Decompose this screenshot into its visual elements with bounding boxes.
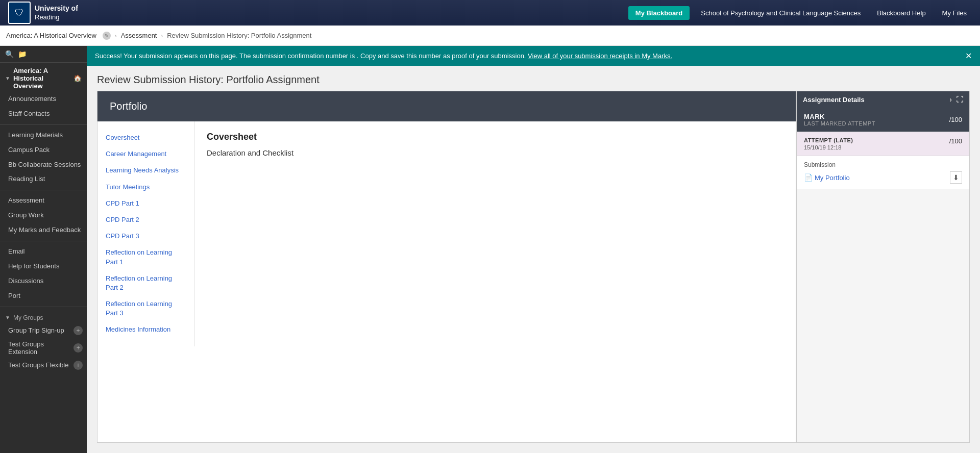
panel-submission-file: 📄 My Portfolio ⬇ bbox=[804, 171, 962, 184]
sidebar-item-campus-pack[interactable]: Campus Pack bbox=[0, 143, 87, 158]
sidebar-divider-3 bbox=[0, 241, 87, 241]
sidebar-course-title: America: A Historical Overview bbox=[13, 67, 70, 90]
portfolio-nav-reflection2[interactable]: Reflection on Learning Part 2 bbox=[97, 270, 194, 296]
portfolio-nav-career-management[interactable]: Career Management bbox=[97, 146, 194, 162]
panel-attempt-section: ATTEMPT (LATE) 15/10/19 12:18 /100 bbox=[797, 132, 969, 156]
panel-submission-section: Submission 📄 My Portfolio ⬇ bbox=[797, 156, 969, 189]
university-logo: 🛡 bbox=[8, 2, 31, 24]
breadcrumb-course[interactable]: America: A Historical Overview bbox=[6, 32, 96, 39]
portfolio-body: Coversheet Career Management Learning Ne… bbox=[97, 121, 796, 346]
panel-mark-info: MARK LAST MARKED ATTEMPT bbox=[804, 113, 875, 127]
test-groups-flex-plus-icon[interactable]: + bbox=[74, 361, 83, 370]
download-button[interactable]: ⬇ bbox=[950, 171, 962, 184]
breadcrumb-tag: ✎ bbox=[103, 32, 111, 40]
assignment-panel-header: Assignment Details › ⛶ bbox=[797, 91, 969, 108]
home-icon[interactable]: 🏠 bbox=[74, 74, 82, 82]
sidebar-item-port[interactable]: Port bbox=[0, 289, 87, 304]
panel-fullscreen-icon[interactable]: ⛶ bbox=[956, 95, 963, 104]
sidebar-item-group-work[interactable]: Group Work bbox=[0, 208, 87, 223]
panel-last-attempt-label: LAST MARKED ATTEMPT bbox=[804, 120, 875, 127]
success-banner: Success! Your submission appears on this… bbox=[87, 46, 980, 66]
top-header: 🛡 University of Reading My Blackboard Sc… bbox=[0, 0, 980, 26]
page-header: Review Submission History: Portfolio Ass… bbox=[87, 66, 980, 91]
portfolio-nav-reflection3[interactable]: Reflection on Learning Part 3 bbox=[97, 296, 194, 321]
portfolio-nav-tutor-meetings[interactable]: Tutor Meetings bbox=[97, 179, 194, 195]
sidebar-item-test-groups-ext[interactable]: Test Groups Extension + bbox=[0, 338, 87, 358]
portfolio-content-heading: Coversheet bbox=[207, 132, 783, 142]
content-area: Success! Your submission appears on this… bbox=[87, 46, 980, 453]
portfolio-nav-cpd2[interactable]: CPD Part 2 bbox=[97, 212, 194, 228]
shield-icon: 🛡 bbox=[15, 8, 24, 18]
sidebar-divider-4 bbox=[0, 307, 87, 307]
panel-attempt-info: ATTEMPT (LATE) 15/10/19 12:18 bbox=[804, 137, 853, 150]
portfolio-nav-cpd1[interactable]: CPD Part 1 bbox=[97, 195, 194, 212]
success-message: Success! Your submission appears on this… bbox=[95, 52, 672, 60]
panel-mark-value: /100 bbox=[949, 116, 962, 123]
folder-icon[interactable]: 📁 bbox=[18, 50, 27, 58]
sidebar-item-announcements[interactable]: Announcements bbox=[0, 92, 87, 107]
sidebar-item-assessment[interactable]: Assessment bbox=[0, 193, 87, 208]
search-icon[interactable]: 🔍 bbox=[5, 50, 14, 58]
portfolio-nav-learning-needs[interactable]: Learning Needs Analysis bbox=[97, 162, 194, 179]
panel-submission-label: Submission bbox=[804, 161, 962, 168]
portfolio-content-subheading: Declaration and Checklist bbox=[207, 148, 783, 157]
portfolio-nav: Coversheet Career Management Learning Ne… bbox=[97, 121, 194, 346]
panel-attempt-date: 15/10/19 12:18 bbox=[804, 144, 853, 150]
sidebar-divider-1 bbox=[0, 124, 87, 125]
panel-attempt-mark: /100 bbox=[949, 137, 962, 145]
my-blackboard-button[interactable]: My Blackboard bbox=[628, 6, 690, 20]
sidebar-item-group-trip[interactable]: Group Trip Sign-up + bbox=[0, 323, 87, 338]
my-groups-arrow-icon: ▼ bbox=[5, 315, 10, 320]
banner-close-button[interactable]: ✕ bbox=[965, 51, 972, 61]
sidebar-item-help-students[interactable]: Help for Students bbox=[0, 259, 87, 274]
sidebar-item-test-groups-flex[interactable]: Test Groups Flexible + bbox=[0, 358, 87, 372]
sidebar-item-discussions[interactable]: Discussions bbox=[0, 274, 87, 289]
portfolio-nav-reflection1[interactable]: Reflection on Learning Part 1 bbox=[97, 244, 194, 270]
portfolio-nav-cpd3[interactable]: CPD Part 3 bbox=[97, 228, 194, 244]
portfolio-main: Portfolio Coversheet Career Management L… bbox=[97, 91, 796, 443]
breadcrumb-sep-1: › bbox=[115, 33, 117, 39]
panel-mark-section: MARK LAST MARKED ATTEMPT /100 bbox=[797, 108, 969, 132]
my-files-link[interactable]: My Files bbox=[937, 6, 972, 20]
sidebar-toolbar: 🔍 📁 bbox=[0, 46, 87, 63]
breadcrumb-bar: America: A Historical Overview ✎ › Asses… bbox=[0, 26, 980, 46]
group-trip-plus-icon[interactable]: + bbox=[74, 326, 83, 335]
main-layout: 🔍 📁 ▼ America: A Historical Overview 🏠 A… bbox=[0, 46, 980, 453]
panel-attempt-label: ATTEMPT (LATE) bbox=[804, 137, 853, 143]
test-groups-ext-plus-icon[interactable]: + bbox=[74, 343, 83, 353]
panel-expand-icon[interactable]: › bbox=[949, 95, 952, 104]
sidebar-item-email[interactable]: Email bbox=[0, 244, 87, 259]
portfolio-nav-medicines[interactable]: Medicines Information bbox=[97, 321, 194, 338]
panel-attempt-row: ATTEMPT (LATE) 15/10/19 12:18 /100 bbox=[804, 137, 962, 150]
panel-mark-title: MARK bbox=[804, 113, 875, 120]
sidebar-item-learning-materials[interactable]: Learning Materials bbox=[0, 128, 87, 143]
sidebar-item-staff-contacts[interactable]: Staff Contacts bbox=[0, 107, 87, 121]
my-groups-header[interactable]: ▼ My Groups bbox=[0, 310, 87, 323]
sidebar: 🔍 📁 ▼ America: A Historical Overview 🏠 A… bbox=[0, 46, 87, 453]
course-arrow-icon: ▼ bbox=[5, 76, 10, 81]
submission-receipts-link[interactable]: View all of your submission receipts in … bbox=[528, 52, 672, 60]
page-title: Review Submission History: Portfolio Ass… bbox=[97, 74, 970, 86]
assignment-panel-title: Assignment Details bbox=[803, 96, 865, 104]
school-name-link[interactable]: School of Psychology and Clinical Langua… bbox=[696, 6, 866, 20]
sidebar-item-reading-list[interactable]: Reading List bbox=[0, 172, 87, 187]
portfolio-header: Portfolio bbox=[97, 91, 796, 121]
breadcrumb-current: Review Submission History: Portfolio Ass… bbox=[167, 32, 311, 39]
sidebar-item-bb-collaborate[interactable]: Bb Collaborate Sessions bbox=[0, 158, 87, 172]
portfolio-file-link[interactable]: 📄 My Portfolio bbox=[804, 173, 850, 182]
blackboard-help-link[interactable]: Blackboard Help bbox=[872, 6, 930, 20]
panel-header-icons: › ⛶ bbox=[949, 95, 963, 104]
panel-mark-row: MARK LAST MARKED ATTEMPT /100 bbox=[804, 113, 962, 127]
portfolio-container: Portfolio Coversheet Career Management L… bbox=[87, 91, 980, 453]
file-icon: 📄 bbox=[804, 173, 813, 182]
assignment-panel: Assignment Details › ⛶ MARK LAST MARKED … bbox=[796, 91, 970, 443]
breadcrumb-assessment[interactable]: Assessment bbox=[121, 32, 157, 39]
breadcrumb-sep-2: › bbox=[161, 33, 163, 39]
portfolio-nav-coversheet[interactable]: Coversheet bbox=[97, 130, 194, 146]
sidebar-divider-2 bbox=[0, 190, 87, 190]
my-groups-label: My Groups bbox=[13, 314, 43, 321]
sidebar-course-header[interactable]: ▼ America: A Historical Overview 🏠 bbox=[0, 63, 87, 92]
university-name: University of Reading bbox=[35, 4, 78, 21]
sidebar-item-marks-feedback[interactable]: My Marks and Feedback bbox=[0, 223, 87, 238]
portfolio-content: Coversheet Declaration and Checklist bbox=[194, 121, 796, 346]
